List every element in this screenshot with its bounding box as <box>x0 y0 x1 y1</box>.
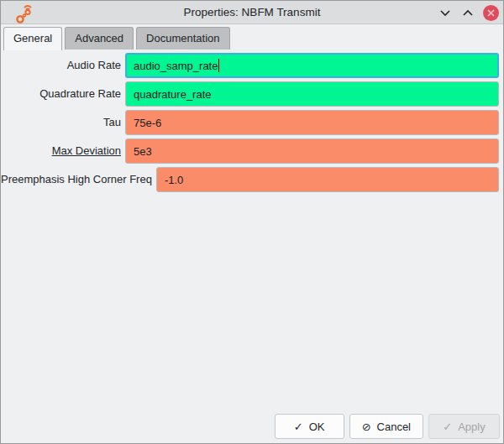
tau-label: Tau <box>1 110 125 135</box>
quadrature-rate-label: Quadrature Rate <box>1 81 125 107</box>
general-tab-panel: Audio Rate audio_samp_rate Quadrature Ra… <box>1 53 503 196</box>
close-icon[interactable] <box>483 5 499 21</box>
audio-rate-value: audio_samp_rate <box>134 60 218 72</box>
preemphasis-freq-value: -1.0 <box>165 174 183 186</box>
ok-button-label: OK <box>309 420 325 433</box>
apply-button: ✓Apply <box>428 414 500 439</box>
tau-value: 75e-6 <box>134 117 161 129</box>
ok-button[interactable]: ✓OK <box>275 414 344 439</box>
tab-documentation[interactable]: Documentation <box>136 27 229 50</box>
tau-input[interactable]: 75e-6 <box>125 110 499 135</box>
preemphasis-freq-label: Preemphasis High Corner Freq <box>1 167 156 192</box>
audio-rate-label: Audio Rate <box>1 53 125 78</box>
properties-dialog: Properties: NBFM Transmit General Advanc… <box>0 0 504 444</box>
prohibited-icon: ⊘ <box>362 420 371 433</box>
quadrature-rate-input[interactable]: quadrature_rate <box>125 81 499 107</box>
max-deviation-label: Max Deviation <box>1 138 125 164</box>
titlebar: Properties: NBFM Transmit <box>1 1 503 24</box>
preemphasis-freq-input[interactable]: -1.0 <box>156 167 499 192</box>
check-icon: ✓ <box>443 420 452 433</box>
form-row-tau: Tau 75e-6 <box>1 110 503 135</box>
quadrature-rate-value: quadrature_rate <box>134 88 212 101</box>
maximize-icon[interactable] <box>460 5 475 20</box>
form-row-max-deviation: Max Deviation 5e3 <box>1 138 503 164</box>
form-row-audio-rate: Audio Rate audio_samp_rate <box>1 53 503 78</box>
window-title: Properties: NBFM Transmit <box>1 1 503 24</box>
window-controls <box>438 1 499 24</box>
minimize-icon[interactable] <box>438 5 453 20</box>
tab-general[interactable]: General <box>3 27 62 50</box>
form-row-quadrature-rate: Quadrature Rate quadrature_rate <box>1 81 503 107</box>
audio-rate-input[interactable]: audio_samp_rate <box>125 53 499 78</box>
dialog-button-row: ✓OK ⊘Cancel ✓Apply <box>275 414 500 439</box>
cancel-button-label: Cancel <box>377 420 411 433</box>
max-deviation-input[interactable]: 5e3 <box>125 138 499 164</box>
apply-button-label: Apply <box>458 420 486 433</box>
form-row-preemphasis-freq: Preemphasis High Corner Freq -1.0 <box>1 167 503 192</box>
max-deviation-value: 5e3 <box>134 145 152 158</box>
tab-advanced[interactable]: Advanced <box>65 27 134 50</box>
cancel-button[interactable]: ⊘Cancel <box>349 414 423 439</box>
text-caret <box>218 59 219 72</box>
check-icon: ✓ <box>294 420 303 433</box>
tab-bar: General Advanced Documentation <box>3 27 230 50</box>
